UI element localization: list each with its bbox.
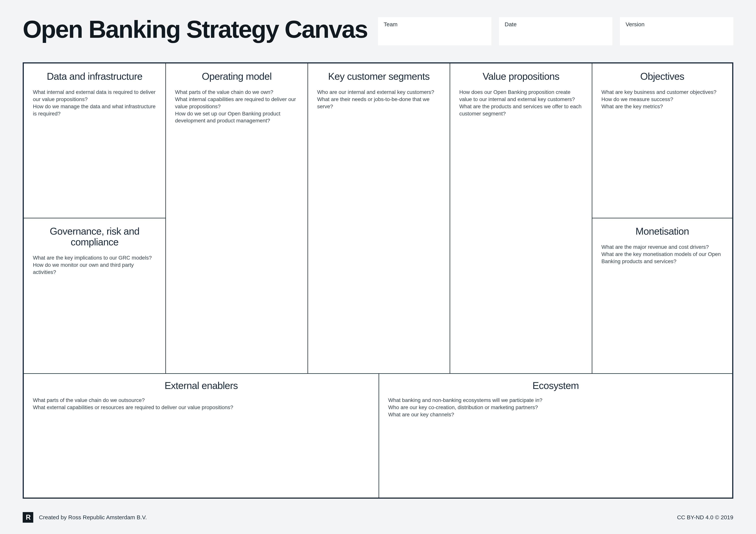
cell-objectives[interactable]: Objectives What are key business and cus… <box>592 64 732 218</box>
cell-ecosystem[interactable]: Ecosystem What banking and non-banking e… <box>379 373 732 497</box>
created-by-text: Created by Ross Republic Amsterdam B.V. <box>39 514 147 521</box>
date-label: Date <box>505 21 607 28</box>
logo-icon: R <box>23 512 33 523</box>
canvas-row-mid: Governance, risk and compliance What are… <box>24 218 732 373</box>
cell-monetisation[interactable]: Monetisation What are the major revenue … <box>592 218 732 373</box>
version-label: Version <box>626 21 728 28</box>
cell-text: What banking and non-banking ecosystems … <box>388 397 723 418</box>
cell-text: What internal and external data is requi… <box>33 89 156 117</box>
date-field[interactable]: Date <box>499 17 612 45</box>
page-title: Open Banking Strategy Canvas <box>23 17 367 41</box>
cell-title: External enablers <box>33 380 369 391</box>
cell-text: Who are our internal and external key cu… <box>317 89 441 110</box>
cell-text: What parts of the value chain do we own?… <box>175 89 298 124</box>
cell-text: What parts of the value chain do we outs… <box>33 397 369 411</box>
cell-governance-risk-compliance[interactable]: Governance, risk and compliance What are… <box>24 218 166 373</box>
cell-title: Governance, risk and compliance <box>33 226 156 247</box>
cell-title: Data and infrastructure <box>33 71 156 82</box>
license-text: CC BY-ND 4.0 © 2019 <box>677 514 733 521</box>
team-label: Team <box>384 21 486 28</box>
cell-external-enablers[interactable]: External enablers What parts of the valu… <box>24 373 379 497</box>
strategy-canvas: Data and infrastructure What internal an… <box>23 62 733 499</box>
cell-text: What are the major revenue and cost driv… <box>601 243 723 265</box>
cell-text: What are the key implications to our GRC… <box>33 254 156 276</box>
cell-title: Ecosystem <box>388 380 723 391</box>
cell-text: How does our Open Banking proposition cr… <box>459 89 583 117</box>
team-field[interactable]: Team <box>378 17 491 45</box>
header: Open Banking Strategy Canvas Team Date V… <box>23 17 733 47</box>
cell-data-infrastructure[interactable]: Data and infrastructure What internal an… <box>24 64 166 218</box>
footer-left: R Created by Ross Republic Amsterdam B.V… <box>23 512 147 523</box>
meta-boxes: Team Date Version <box>378 17 733 45</box>
cell-title: Value propositions <box>459 71 583 82</box>
canvas-row-top: Data and infrastructure What internal an… <box>24 64 732 218</box>
cell-title: Key customer segments <box>317 71 441 82</box>
cell-text: What are key business and customer objec… <box>601 89 723 110</box>
cell-title: Objectives <box>601 71 723 82</box>
version-field[interactable]: Version <box>620 17 733 45</box>
footer: R Created by Ross Republic Amsterdam B.V… <box>23 512 733 523</box>
cell-title: Monetisation <box>601 226 723 237</box>
cell-title: Operating model <box>175 71 298 82</box>
canvas-row-bottom: External enablers What parts of the valu… <box>24 373 732 497</box>
